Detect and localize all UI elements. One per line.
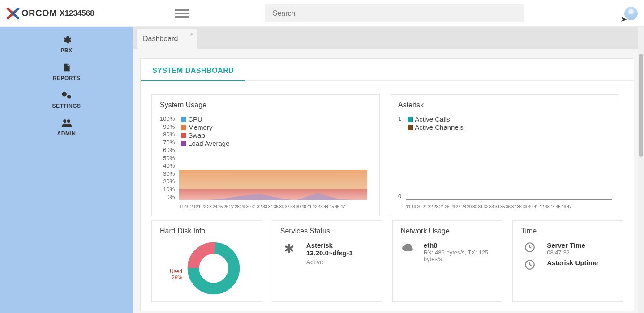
card-title: Hard Disk Info xyxy=(160,227,253,235)
line-chart-svg xyxy=(406,124,612,200)
disk-donut-chart: Used 26% xyxy=(160,241,240,295)
card-network-usage: Network Usage eth0 RX: 486 bytes/s, TX: … xyxy=(392,220,503,302)
brand-logo-mark xyxy=(6,7,20,20)
sidebar-item-label: REPORTS xyxy=(53,75,81,81)
row-widgets: Hard Disk Info Used 26% Services Status … xyxy=(141,220,634,302)
chart-y-axis: 100%90%80%70%60%50%40%30%20%10%0% xyxy=(160,115,177,200)
asterisk-chart: 10 Active Calls Active Channels 11:19 20… xyxy=(398,115,610,209)
content-area: Dashboard × SYSTEM DASHBOARD System Usag… xyxy=(133,27,641,313)
chart-plot-area: CPU Memory Swap Load Average xyxy=(179,115,371,209)
sidebar-item-settings[interactable]: SETTINGS xyxy=(48,86,85,114)
uptime-row: Asterisk Uptime xyxy=(521,259,614,274)
asterisk-icon: ✱ xyxy=(280,241,298,256)
tab-dashboard[interactable]: Dashboard × xyxy=(137,29,197,49)
card-services-status: Services Status ✱ Asterisk 13.20.0~dfsg-… xyxy=(272,220,382,302)
card-title: Services Status xyxy=(280,227,374,235)
search-input[interactable] xyxy=(265,4,524,22)
card-hard-disk: Hard Disk Info Used 26% xyxy=(151,220,262,302)
tab-bar: Dashboard × xyxy=(133,27,641,49)
server-time-label: Server Time xyxy=(547,241,585,249)
svg-point-2 xyxy=(63,119,66,123)
card-asterisk: Asterisk 10 Active Calls Active Channels… xyxy=(390,94,618,216)
row-charts: System Usage 100%90%80%70%60%50%40%30%20… xyxy=(141,81,634,220)
sidebar-item-label: PBX xyxy=(60,47,72,54)
brand-logo: ORCOM X1234568 xyxy=(6,7,94,20)
scroll-thumb[interactable] xyxy=(639,54,643,156)
sidebar-item-label: ADMIN xyxy=(57,131,76,137)
legend-swatch-activecalls-icon xyxy=(408,117,413,122)
chart-plot-area: Active Calls Active Channels 11:19 20:21… xyxy=(406,115,610,209)
chart-x-axis: 11:19 20:21 22 23 24 25 26 27 28 29 30 3… xyxy=(179,204,371,209)
legend-swatch-cpu-icon xyxy=(181,117,186,122)
card-title: Asterisk xyxy=(398,101,610,109)
top-header: ORCOM X1234568 xyxy=(0,0,644,27)
chart-x-axis: 11:19 20:21 22 23 24 25 26 27 28 29 30 3… xyxy=(406,204,610,209)
card-title: System Usage xyxy=(160,101,371,109)
sidebar-item-admin[interactable]: ADMIN xyxy=(48,114,85,141)
clock-icon xyxy=(521,241,539,256)
sidebar-item-label: SETTINGS xyxy=(52,103,81,109)
card-time: Time Server Time 08:47:32 Asterisk Uptim… xyxy=(512,220,623,302)
file-icon xyxy=(62,62,71,73)
server-time-value: 08:47:32 xyxy=(547,249,585,256)
disk-used-label: Used xyxy=(160,268,182,275)
sidebar: PBX REPORTS SETTINGS ADMIN xyxy=(0,27,133,313)
brand-name: ORCOM xyxy=(21,8,57,18)
user-avatar[interactable] xyxy=(624,7,638,20)
menu-toggle-button[interactable] xyxy=(175,7,189,20)
chart-y-axis: 10 xyxy=(398,115,404,199)
sidebar-item-reports[interactable]: REPORTS xyxy=(48,58,85,86)
network-stats: RX: 486 bytes/s, TX: 125 bytes/s xyxy=(424,249,494,262)
search-container xyxy=(265,4,524,22)
close-icon[interactable]: × xyxy=(190,30,194,38)
hamburger-icon xyxy=(175,9,189,11)
service-row: ✱ Asterisk 13.20.0~dfsg-1 Active xyxy=(280,241,374,266)
service-name: Asterisk xyxy=(306,241,353,249)
users-icon xyxy=(61,117,73,129)
system-usage-chart: 100%90%80%70%60%50%40%30%20%10%0% CPU Me… xyxy=(160,115,371,209)
card-system-usage: System Usage 100%90%80%70%60%50%40%30%20… xyxy=(151,94,380,216)
gear-icon xyxy=(62,34,72,46)
clock-icon xyxy=(521,259,539,274)
area-chart-svg xyxy=(179,124,367,200)
service-state: Active xyxy=(306,258,353,266)
card-title: Network Usage xyxy=(401,227,494,235)
gears-icon xyxy=(61,89,73,101)
vertical-scrollbar[interactable] xyxy=(638,27,644,313)
tab-label: Dashboard xyxy=(143,35,178,42)
card-title: Time xyxy=(521,227,614,235)
panel-title[interactable]: SYSTEM DASHBOARD xyxy=(141,59,245,81)
disk-used-percent: 26% xyxy=(160,275,182,281)
network-row: eth0 RX: 486 bytes/s, TX: 125 bytes/s xyxy=(401,241,494,262)
svg-point-3 xyxy=(67,119,70,123)
cloud-icon xyxy=(401,241,416,256)
uptime-label: Asterisk Uptime xyxy=(547,259,598,266)
service-version: 13.20.0~dfsg-1 xyxy=(306,249,353,257)
sidebar-item-pbx[interactable]: PBX xyxy=(48,30,85,58)
brand-model: X1234568 xyxy=(60,9,94,18)
server-time-row: Server Time 08:47:32 xyxy=(521,241,614,256)
dashboard-panel: SYSTEM DASHBOARD System Usage 100%90%80%… xyxy=(140,58,634,311)
network-interface: eth0 xyxy=(424,241,494,249)
svg-point-0 xyxy=(62,92,66,96)
svg-point-1 xyxy=(67,95,71,99)
